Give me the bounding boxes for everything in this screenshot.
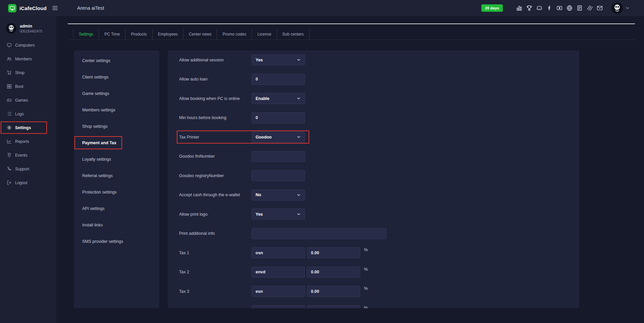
tax-printer-select[interactable]: Goodoo [252, 131, 305, 143]
settings-menu-item-center-settings[interactable]: Center settings [74, 52, 159, 69]
allow-booking-when-pc-is-online-select[interactable]: Enable [252, 93, 305, 104]
tab-promo-codes[interactable]: Promo codes [217, 29, 252, 40]
tab-sub-centers[interactable]: Sub centers [277, 29, 310, 40]
field-label: Tax 1 [179, 250, 249, 255]
menu-item-label: Payment and Tax [82, 141, 116, 145]
settings-menu-item-members-settings[interactable]: Members settings [74, 102, 159, 118]
mail-icon[interactable] [597, 5, 603, 11]
allow-additional-session-select[interactable]: Yes [252, 54, 305, 65]
tax-3-rate-input[interactable] [307, 286, 360, 297]
menu-item-label: Install links [82, 223, 103, 227]
accept-cash-through-the-e-wallet-select[interactable]: No [252, 190, 305, 201]
tax-2-name-input[interactable] [252, 267, 305, 278]
allow-auto-loan-input[interactable] [252, 74, 305, 85]
field-control: No [252, 185, 305, 205]
form-row-allow-additional-session: Allow additional sessionYes [168, 50, 579, 70]
field-label: Allow print logo [179, 212, 249, 217]
form-row-accept-cash-through-the-e-wallet: Accept cash through the e-walletNo [168, 185, 579, 205]
user-avatar[interactable] [611, 2, 623, 14]
hamburger-icon[interactable] [52, 5, 58, 11]
sidebar-item-shop[interactable]: Shop [0, 66, 56, 79]
settings-menu-item-payment-and-tax[interactable]: Payment and Tax [74, 134, 159, 151]
settings-menu-item-sms-provider-settings[interactable]: SMS provider settings [74, 233, 159, 250]
chevron-down-icon [297, 58, 301, 62]
percent-suffix: % [364, 305, 368, 308]
allow-print-logo-select[interactable]: Yes [252, 209, 305, 220]
settings-menu-item-shop-settings[interactable]: Shop settings [74, 118, 159, 134]
field-control [252, 224, 386, 244]
tax-2-rate-input[interactable] [307, 267, 360, 278]
sidebar-item-boot[interactable]: Boot [0, 79, 56, 93]
chevron-down-icon [297, 212, 301, 216]
tax-1-rate-input[interactable] [307, 247, 360, 258]
settings-menu-item-game-settings[interactable]: Game settings [74, 85, 159, 102]
sidebar-item-events[interactable]: Events [0, 148, 56, 162]
sidebar-item-members[interactable]: Members [0, 52, 56, 66]
brand-name: iCafeCloud [19, 5, 47, 11]
percent-suffix: % [364, 286, 368, 291]
sidebar-item-support[interactable]: Support [0, 162, 56, 176]
trophy-icon[interactable] [526, 5, 532, 11]
settings-menu-item-install-links[interactable]: Install links [74, 217, 159, 233]
tab-employees[interactable]: Employees [153, 29, 183, 40]
sidebar-item-logout[interactable]: Logout [0, 176, 56, 190]
select-value: Enable [256, 96, 269, 101]
tax-3-name-input[interactable] [252, 286, 305, 297]
discord-icon[interactable] [536, 5, 542, 11]
facebook-icon[interactable] [546, 5, 552, 11]
globe-icon[interactable] [567, 5, 573, 11]
goodoo-fmnumber-input[interactable] [252, 151, 305, 162]
goodoo-registrynumber-input[interactable] [252, 170, 305, 181]
settings-menu-item-referral-settings[interactable]: Referral settings [74, 167, 159, 184]
settings-menu-card: Center settingsClient settingsGame setti… [74, 50, 159, 308]
sidebar-item-settings[interactable]: Settings [0, 121, 56, 134]
sidebar-item-label: Events [15, 153, 28, 158]
chevron-down-icon [297, 193, 301, 197]
settings-menu-item-protection-settings[interactable]: Protection settings [74, 184, 159, 200]
settings-menu-item-loyalty-settings[interactable]: Loyalty settings [74, 151, 159, 167]
tab-pc-time[interactable]: PC Time [99, 29, 125, 40]
form-row-clipped: % [168, 301, 579, 309]
layers-icon[interactable] [587, 5, 593, 11]
min-hours-before-booking-input[interactable] [252, 112, 305, 123]
field-control: % [252, 301, 368, 309]
sidebar-item-label: Support [15, 167, 29, 171]
days-left-badge[interactable]: 20 days [481, 4, 503, 12]
sidebar-item-reports[interactable]: Reports [0, 134, 56, 148]
brand[interactable]: iCafeCloud [0, 4, 50, 12]
menu-item-label: Protection settings [82, 190, 117, 195]
select-value: No [256, 193, 261, 197]
field-label: Allow booking when PC is online [179, 96, 249, 101]
tab-products[interactable]: Products [125, 29, 152, 40]
receipt-icon[interactable] [577, 5, 583, 11]
tab-license[interactable]: License [252, 29, 277, 40]
field-control [252, 70, 305, 89]
sidebar-item-computers[interactable]: Computers [0, 38, 56, 52]
settings-menu-item-api-settings[interactable]: API settings [74, 200, 159, 217]
menu-item-label: API settings [82, 206, 105, 211]
youtube-icon[interactable] [556, 5, 562, 11]
tax-rate-input[interactable] [307, 305, 360, 308]
chevron-down-icon[interactable] [625, 6, 630, 10]
sidebar: admin 005193482475 ComputersMembersShopB… [0, 16, 56, 323]
tab-settings[interactable]: Settings [73, 29, 99, 40]
print-additional-info-input[interactable] [252, 228, 386, 239]
podium-icon[interactable] [516, 5, 522, 11]
sidebar-item-logs[interactable]: Logs [0, 107, 56, 121]
phone-icon [7, 166, 12, 171]
sidebar-item-games[interactable]: Games [0, 93, 56, 107]
menu-item-label: Center settings [82, 58, 110, 63]
sidebar-nav: ComputersMembersShopBootGamesLogsSetting… [0, 38, 56, 190]
form-row-goodoo-fmnumber: Goodoo fmNumber [168, 147, 579, 166]
tax-name-input[interactable] [252, 305, 305, 308]
topbar-right: 20 days [481, 2, 644, 14]
percent-suffix: % [364, 267, 368, 272]
tax-1-name-input[interactable] [252, 247, 305, 258]
sidebar-user[interactable]: admin 005193482475 [6, 23, 42, 34]
settings-menu-item-client-settings[interactable]: Client settings [74, 69, 159, 85]
users-icon [7, 56, 12, 61]
form-row-min-hours-before-booking: Min hours before booking [168, 108, 579, 128]
tab-center-news[interactable]: Center news [183, 29, 217, 40]
form-row-print-additional-info: Print additional info [168, 224, 579, 244]
form-row-tax-printer: Tax PrinterGoodoo [168, 127, 579, 147]
